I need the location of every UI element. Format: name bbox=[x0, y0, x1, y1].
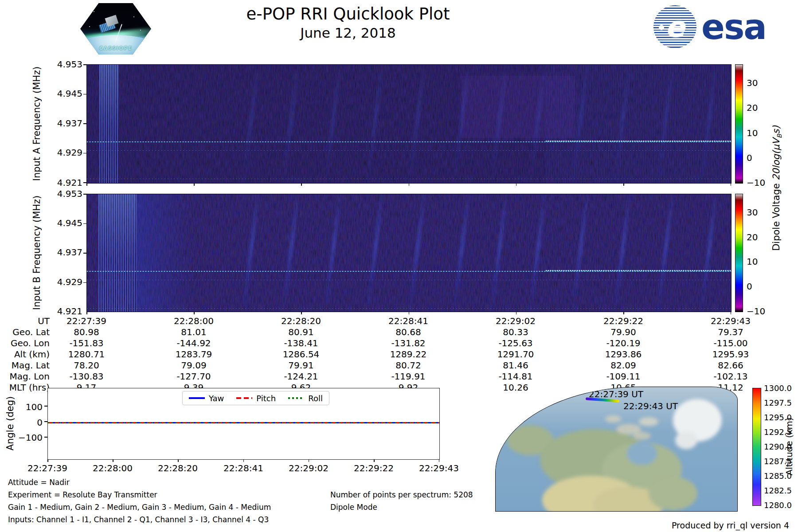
track-start-label: 22:27:39 UT bbox=[589, 389, 643, 399]
faint-bottom-line bbox=[87, 179, 731, 179]
angle-xtick-marks bbox=[47, 459, 439, 462]
freq-tick: 4.945 bbox=[44, 219, 82, 227]
freq-tick: 4.921 bbox=[44, 307, 82, 316]
legend-item-yaw: Yaw bbox=[189, 394, 224, 403]
row-label: Mag. Lat bbox=[0, 360, 50, 371]
secondary-line bbox=[87, 150, 731, 151]
freq-tick: 4.945 bbox=[44, 89, 82, 98]
freq-tick: 4.953 bbox=[44, 60, 82, 69]
transmitter-line-bright bbox=[546, 141, 731, 142]
row-label: Mag. Lon bbox=[0, 371, 50, 382]
freq-tick: 4.929 bbox=[44, 148, 82, 157]
esa-logo-text: esa bbox=[701, 7, 766, 47]
secondary-line bbox=[87, 280, 731, 280]
star-icon bbox=[89, 26, 90, 27]
table-row: Mag. Lat 78.20 79.09 79.91 80.72 81.46 8… bbox=[0, 360, 798, 371]
panel-a-ylabel: Input A Frequency (MHz) bbox=[30, 64, 43, 183]
esa-globe-icon: e bbox=[653, 5, 696, 48]
voltage-colorbar-a bbox=[735, 64, 743, 184]
table-row: Mag. Lon -130.83 -127.70 -124.21 -119.91… bbox=[0, 371, 798, 382]
angle-ylabel: Angle (deg) bbox=[4, 390, 17, 457]
angle-ytick: 0 bbox=[16, 418, 43, 427]
angle-xtick: 22:28:00 bbox=[88, 463, 137, 473]
transmitter-line-bright bbox=[546, 270, 731, 271]
yaw-line-sample bbox=[189, 397, 205, 399]
pitch-line-sample bbox=[236, 397, 252, 399]
ground-track-map: 22:27:39 UT 22:29:43 UT bbox=[495, 387, 738, 512]
points-note: Number of points per spectrum: 5208 bbox=[330, 490, 473, 499]
row-label: Geo. Lat bbox=[0, 327, 50, 338]
roll-line bbox=[48, 422, 439, 423]
voltage-colorbar-b bbox=[735, 194, 743, 312]
attitude-angle-plot: Yaw Pitch Roll bbox=[47, 388, 440, 460]
roll-line-sample bbox=[288, 397, 304, 399]
experiment-note: Experiment = Resolute Bay Transmitter bbox=[8, 490, 157, 499]
figure-canvas: e-POP RRI Quicklook Plot June 12, 2018 C… bbox=[0, 0, 798, 532]
freq-tick: 4.937 bbox=[44, 119, 82, 128]
angle-xtick: 22:27:39 bbox=[23, 463, 72, 473]
star-icon bbox=[94, 11, 94, 12]
angle-ytick: −100 bbox=[16, 433, 43, 442]
map-art bbox=[496, 387, 737, 511]
angle-xtick: 22:29:43 bbox=[415, 463, 463, 473]
inputs-note: Inputs: Channel 1 - I1, Channel 2 - Q1, … bbox=[8, 515, 269, 524]
table-row: Alt (km) 1280.71 1283.79 1286.54 1289.22… bbox=[0, 349, 798, 360]
table-row: Geo. Lat 80.98 81.01 80.91 80.68 80.33 7… bbox=[0, 327, 798, 338]
burst-band bbox=[98, 194, 137, 312]
gains-note: Gain 1 - Medium, Gain 2 - Medium, Gain 3… bbox=[8, 503, 271, 512]
panel-b-ytick-marks bbox=[83, 194, 86, 312]
altitude-colorbar bbox=[752, 388, 761, 506]
burst-band bbox=[99, 65, 119, 183]
angle-ytick-marks bbox=[44, 406, 47, 439]
esa-globe-dot bbox=[659, 25, 664, 30]
freq-tick: 4.929 bbox=[44, 278, 82, 286]
angle-xtick: 22:29:22 bbox=[349, 463, 398, 473]
angle-xtick: 22:29:02 bbox=[284, 463, 333, 473]
row-label: Alt (km) bbox=[0, 349, 50, 360]
freq-tick: 4.953 bbox=[44, 189, 82, 198]
burst-band-fade bbox=[137, 194, 194, 312]
angle-xtick: 22:28:41 bbox=[219, 463, 268, 473]
table-row: UT 22:27:39 22:28:00 22:28:20 22:28:41 2… bbox=[0, 316, 798, 327]
satellite-body bbox=[105, 15, 119, 27]
table-row: Geo. Lon -151.83 -144.92 -138.41 -131.82… bbox=[0, 338, 798, 349]
earth-art bbox=[80, 35, 151, 55]
freq-tick: 4.937 bbox=[44, 248, 82, 257]
row-label: Geo. Lon bbox=[0, 338, 50, 349]
attitude-legend: Yaw Pitch Roll bbox=[182, 391, 329, 405]
angle-xtick: 22:28:20 bbox=[153, 463, 202, 473]
spectrogram-a-panel bbox=[86, 64, 732, 184]
attitude-note: Attitude = Nadir bbox=[8, 478, 70, 487]
freq-tick: 4.921 bbox=[44, 178, 82, 187]
legend-item-roll: Roll bbox=[288, 394, 323, 403]
angle-ytick: 100 bbox=[16, 403, 43, 411]
faint-bottom-line bbox=[87, 308, 731, 309]
track-end-label: 22:29:43 UT bbox=[623, 401, 678, 411]
altitude-colorbar-label: Altitude (km) bbox=[780, 388, 798, 505]
mode-note: Dipole Mode bbox=[330, 503, 377, 512]
panel-a-ytick-marks bbox=[83, 64, 86, 183]
star-icon bbox=[133, 16, 134, 17]
legend-item-pitch: Pitch bbox=[236, 394, 276, 403]
panel-a-xtick-marks bbox=[86, 183, 731, 186]
row-label: UT bbox=[0, 316, 50, 327]
panel-b-ylabel: Input B Frequency (MHz) bbox=[30, 194, 43, 311]
produced-by-note: Produced by rri_ql version 4 bbox=[612, 520, 789, 530]
spectrogram-b-panel bbox=[86, 194, 732, 312]
voltage-colorbar-label: Dipole Voltage 20log(μVBs) bbox=[759, 62, 794, 315]
cassiope-logo-label: CASSIOPE bbox=[80, 45, 151, 51]
panel-b-xtick-marks bbox=[86, 312, 731, 314]
